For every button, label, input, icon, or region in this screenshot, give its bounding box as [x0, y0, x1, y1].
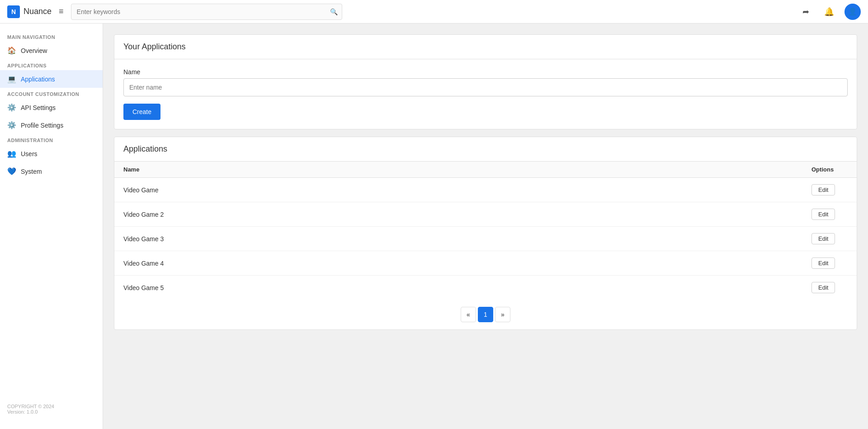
main-nav-label: MAIN NAVIGATION [0, 31, 103, 42]
edit-button-5[interactable]: Edit [811, 282, 835, 293]
gear-icon: ⚙️ [7, 103, 16, 112]
create-app-card-body: Name Create [114, 59, 857, 129]
settings-icon: ⚙️ [7, 121, 16, 129]
pagination-prev[interactable]: « [461, 307, 476, 322]
app-name-cell: Video Game [114, 178, 802, 202]
account-label: ACCOUNT CUSTOMIZATION [0, 88, 103, 99]
logo-icon: N [7, 5, 20, 18]
logo[interactable]: N Nuance [7, 5, 52, 18]
edit-button-3[interactable]: Edit [811, 233, 835, 244]
version: Version: 1.0.0 [7, 409, 95, 415]
sidebar-item-applications[interactable]: 💻 Applications [0, 70, 103, 88]
search-container: 🔍 [71, 4, 342, 20]
admin-label: ADMINISTRATION [0, 134, 103, 145]
app-name-cell: Video Game 3 [114, 227, 802, 251]
system-icon: 💙 [7, 167, 16, 176]
table-row: Video Game Edit [114, 178, 857, 202]
main-content: Your Applications Name Create Applicatio… [103, 24, 868, 429]
app-options-cell: Edit [802, 251, 857, 276]
create-app-card: Your Applications Name Create [114, 34, 857, 129]
sidebar-footer: COPYRIGHT © 2024 Version: 1.0.0 [0, 396, 103, 422]
body: MAIN NAVIGATION 🏠 Overview APPLICATIONS … [0, 24, 868, 429]
home-icon: 🏠 [7, 46, 16, 55]
app-options-cell: Edit [802, 276, 857, 300]
applications-list-card: Applications Name Options Video Game Edi… [114, 137, 857, 330]
notification-icon[interactable]: 🔔 [821, 4, 837, 20]
monitor-icon: 💻 [7, 75, 16, 83]
app-options-cell: Edit [802, 227, 857, 251]
sidebar-profile-settings-label: Profile Settings [21, 122, 63, 129]
create-app-title: Your Applications [123, 42, 848, 52]
users-icon: 👥 [7, 149, 16, 158]
table-row: Video Game 5 Edit [114, 276, 857, 300]
app-name-cell: Video Game 4 [114, 251, 802, 276]
col-options-header: Options [802, 162, 857, 178]
app-name-cell: Video Game 2 [114, 202, 802, 227]
create-app-card-header: Your Applications [114, 35, 857, 59]
col-name-header: Name [114, 162, 802, 178]
sidebar-item-overview[interactable]: 🏠 Overview [0, 42, 103, 59]
applications-table: Name Options Video Game Edit Video Game … [114, 162, 857, 300]
sidebar-item-system[interactable]: 💙 System [0, 162, 103, 180]
apps-label: APPLICATIONS [0, 59, 103, 70]
search-icon: 🔍 [330, 8, 338, 15]
app-options-cell: Edit [802, 178, 857, 202]
table-header-row: Name Options [114, 162, 857, 178]
table-row: Video Game 4 Edit [114, 251, 857, 276]
copyright: COPYRIGHT © 2024 [7, 404, 95, 409]
sidebar-applications-label: Applications [21, 76, 55, 83]
applications-list-card-header: Applications [114, 137, 857, 162]
sidebar-overview-label: Overview [21, 47, 47, 54]
sidebar-api-settings-label: API Settings [21, 104, 56, 111]
sidebar-item-api-settings[interactable]: ⚙️ API Settings [0, 99, 103, 116]
edit-button-2[interactable]: Edit [811, 209, 835, 220]
app-options-cell: Edit [802, 202, 857, 227]
pagination: « 1 » [114, 300, 857, 329]
create-button[interactable]: Create [123, 104, 160, 120]
edit-button-4[interactable]: Edit [811, 257, 835, 269]
share-icon[interactable]: ➦ [797, 4, 814, 20]
sidebar-item-users[interactable]: 👥 Users [0, 145, 103, 162]
name-form-group: Name [123, 68, 848, 96]
search-input[interactable] [71, 4, 342, 20]
sidebar: MAIN NAVIGATION 🏠 Overview APPLICATIONS … [0, 24, 103, 429]
header-actions: ➦ 🔔 👤 [797, 4, 861, 20]
menu-icon[interactable]: ≡ [57, 5, 66, 18]
header: N Nuance ≡ 🔍 ➦ 🔔 👤 [0, 0, 868, 24]
applications-list-title: Applications [123, 144, 848, 154]
edit-button-1[interactable]: Edit [811, 184, 835, 195]
name-label: Name [123, 68, 848, 76]
app-name-input[interactable] [123, 78, 848, 96]
sidebar-item-profile-settings[interactable]: ⚙️ Profile Settings [0, 116, 103, 134]
app-name-cell: Video Game 5 [114, 276, 802, 300]
avatar[interactable]: 👤 [844, 4, 861, 20]
sidebar-system-label: System [21, 168, 42, 175]
sidebar-users-label: Users [21, 150, 38, 157]
pagination-page-1[interactable]: 1 [478, 307, 493, 322]
table-row: Video Game 3 Edit [114, 227, 857, 251]
table-row: Video Game 2 Edit [114, 202, 857, 227]
pagination-next[interactable]: » [495, 307, 510, 322]
app-name: Nuance [24, 7, 52, 16]
